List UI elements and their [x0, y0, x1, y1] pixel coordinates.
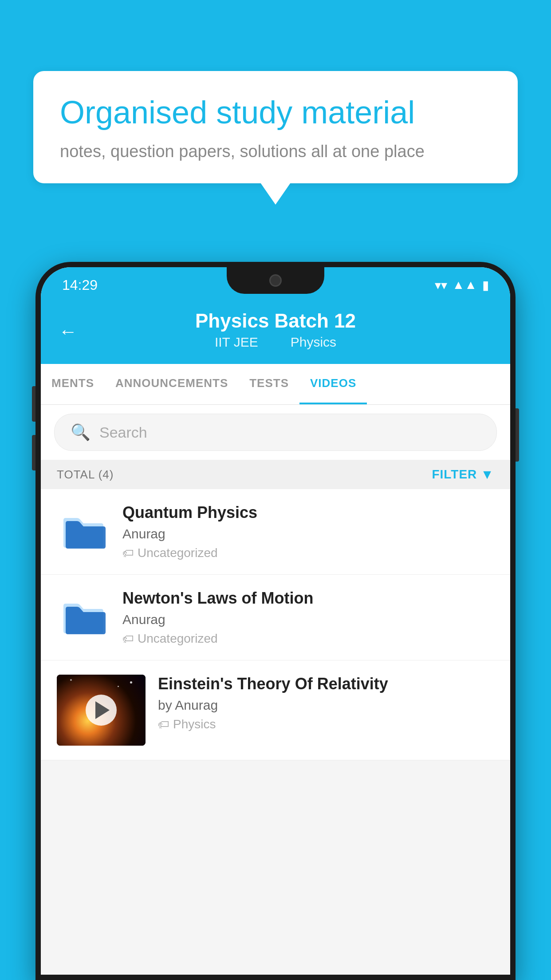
- filter-row: TOTAL (4) FILTER ▼: [41, 460, 510, 489]
- tab-tests[interactable]: TESTS: [239, 364, 299, 404]
- video-author: Anurag: [122, 526, 494, 541]
- tab-announcements[interactable]: ANNOUNCEMENTS: [105, 364, 239, 404]
- battery-icon: ▮: [482, 278, 489, 292]
- speech-bubble-subtitle: notes, question papers, solutions all at…: [60, 142, 491, 161]
- video-info: Einstein's Theory Of Relativity by Anura…: [158, 675, 494, 731]
- wifi-icon: ▾▾: [435, 278, 447, 292]
- header-title: Physics Batch 12: [59, 310, 492, 332]
- list-item[interactable]: Newton's Laws of Motion Anurag 🏷 Uncateg…: [41, 575, 510, 660]
- status-icons: ▾▾ ▲▲ ▮: [435, 278, 489, 292]
- list-item[interactable]: Quantum Physics Anurag 🏷 Uncategorized: [41, 489, 510, 575]
- video-title: Einstein's Theory Of Relativity: [158, 675, 494, 693]
- status-time: 14:29: [62, 277, 98, 293]
- volume-up-button: [32, 386, 35, 422]
- phone-screen: 14:29 ▾▾ ▲▲ ▮ ← Physics Batch 12 IIT JEE…: [41, 267, 510, 975]
- video-tag: 🏷 Uncategorized: [122, 632, 494, 646]
- filter-button[interactable]: FILTER ▼: [432, 467, 494, 482]
- video-author: Anurag: [122, 612, 494, 627]
- header-subtitle-physics: Physics: [291, 335, 336, 349]
- tag-label: Uncategorized: [138, 546, 218, 560]
- header-subtitle: IIT JEE Physics: [59, 335, 492, 350]
- video-author: by Anurag: [158, 698, 494, 713]
- signal-icon: ▲▲: [453, 278, 477, 292]
- speech-bubble: Organised study material notes, question…: [33, 71, 518, 183]
- tag-label: Physics: [173, 717, 216, 731]
- play-icon: [95, 701, 110, 719]
- search-bar-container: 🔍 Search: [41, 405, 510, 460]
- tag-icon: 🏷: [158, 718, 169, 731]
- phone-notch: [227, 267, 324, 294]
- video-tag: 🏷 Physics: [158, 717, 494, 731]
- front-camera: [269, 274, 282, 287]
- video-list: Quantum Physics Anurag 🏷 Uncategorized: [41, 489, 510, 760]
- phone-frame: 14:29 ▾▾ ▲▲ ▮ ← Physics Batch 12 IIT JEE…: [35, 262, 516, 980]
- speech-bubble-title: Organised study material: [60, 93, 491, 131]
- video-thumbnail: [57, 675, 146, 746]
- tag-label: Uncategorized: [138, 632, 218, 646]
- video-tag: 🏷 Uncategorized: [122, 546, 494, 560]
- search-bar[interactable]: 🔍 Search: [54, 414, 497, 451]
- tag-icon: 🏷: [122, 632, 134, 646]
- play-button[interactable]: [86, 695, 117, 726]
- tag-icon: 🏷: [122, 546, 134, 560]
- video-info: Quantum Physics Anurag 🏷 Uncategorized: [122, 503, 494, 560]
- filter-label: FILTER: [432, 467, 477, 482]
- search-icon: 🔍: [71, 423, 91, 442]
- header-subtitle-iitjee: IIT JEE: [215, 335, 258, 349]
- video-title: Quantum Physics: [122, 503, 494, 522]
- app-header: ← Physics Batch 12 IIT JEE Physics: [41, 299, 510, 364]
- power-button: [516, 408, 519, 462]
- video-folder-icon: [57, 503, 110, 557]
- header-subtitle-sep: [272, 335, 280, 349]
- back-button[interactable]: ←: [59, 321, 77, 342]
- video-info: Newton's Laws of Motion Anurag 🏷 Uncateg…: [122, 589, 494, 646]
- tabs-bar: MENTS ANNOUNCEMENTS TESTS VIDEOS: [41, 364, 510, 405]
- filter-icon: ▼: [480, 467, 494, 482]
- volume-down-button: [32, 435, 35, 470]
- list-item[interactable]: Einstein's Theory Of Relativity by Anura…: [41, 660, 510, 760]
- video-title: Newton's Laws of Motion: [122, 589, 494, 608]
- tab-ments[interactable]: MENTS: [41, 364, 105, 404]
- video-folder-icon: [57, 589, 110, 642]
- tab-videos[interactable]: VIDEOS: [299, 364, 367, 404]
- total-count: TOTAL (4): [57, 468, 114, 482]
- search-placeholder: Search: [99, 424, 147, 441]
